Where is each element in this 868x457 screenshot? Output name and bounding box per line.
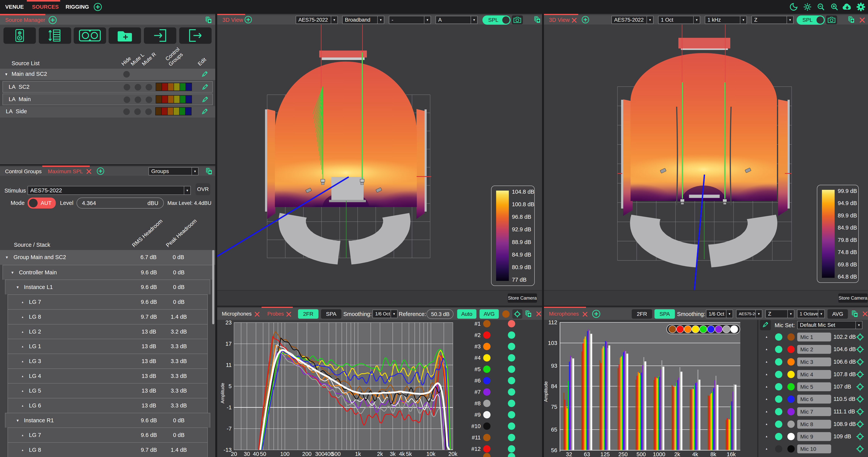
svg-text:5: 5 (228, 383, 232, 389)
svg-text:4k: 4k (692, 451, 698, 457)
svg-text:74.8 dB: 74.8 dB (838, 249, 857, 255)
svg-text:23: 23 (225, 319, 232, 326)
svg-text:103: 103 (548, 340, 557, 346)
svg-text:84.9 dB: 84.9 dB (838, 224, 857, 231)
svg-text:Amplitude: Amplitude (220, 383, 225, 403)
svg-text:100: 100 (280, 451, 289, 457)
svg-text:17: 17 (225, 341, 232, 347)
svg-text:100.8 dB: 100.8 dB (512, 201, 534, 207)
svg-text:500: 500 (637, 451, 646, 457)
svg-text:20: 20 (231, 451, 237, 457)
svg-text:5k: 5k (406, 451, 412, 457)
svg-text:75: 75 (551, 404, 557, 410)
svg-text:77 dB: 77 dB (512, 277, 527, 283)
svg-text:4k: 4k (399, 451, 405, 457)
svg-text:Amplitude: Amplitude (544, 382, 548, 402)
svg-text:11: 11 (226, 362, 232, 368)
svg-text:69.8 dB: 69.8 dB (838, 262, 857, 268)
svg-text:125: 125 (600, 451, 610, 457)
svg-text:99.9 dB: 99.9 dB (838, 188, 857, 194)
svg-text:16k: 16k (727, 451, 736, 457)
svg-text:500: 500 (331, 451, 341, 457)
svg-text:Mute R: Mute R (141, 51, 157, 67)
svg-text:-7: -7 (227, 426, 232, 432)
svg-text:20k: 20k (448, 451, 458, 457)
svg-text:10k: 10k (427, 451, 436, 457)
svg-text:40: 40 (253, 451, 259, 457)
svg-text:80.9 dB: 80.9 dB (512, 264, 531, 270)
svg-text:104.8 dB: 104.8 dB (512, 189, 534, 195)
svg-text:93: 93 (551, 363, 557, 369)
svg-text:30: 30 (244, 451, 250, 457)
svg-text:56: 56 (551, 447, 557, 453)
svg-text:2k: 2k (674, 451, 680, 457)
svg-text:-1: -1 (227, 404, 232, 410)
svg-text:92.9 dB: 92.9 dB (512, 226, 531, 233)
svg-text:32: 32 (566, 451, 572, 457)
svg-text:65: 65 (551, 427, 557, 433)
svg-text:200: 200 (302, 451, 311, 457)
svg-text:94.9 dB: 94.9 dB (838, 200, 857, 206)
svg-text:2k: 2k (377, 451, 383, 457)
svg-text:Edit: Edit (197, 57, 207, 67)
svg-text:79.8 dB: 79.8 dB (838, 237, 857, 243)
svg-text:63: 63 (584, 451, 590, 457)
svg-text:300: 300 (315, 451, 324, 457)
svg-text:8k: 8k (710, 451, 716, 457)
svg-text:50: 50 (260, 451, 266, 457)
svg-text:-13: -13 (223, 447, 232, 453)
svg-text:112: 112 (548, 319, 557, 326)
svg-text:96.8 dB: 96.8 dB (512, 214, 531, 220)
svg-text:89.9 dB: 89.9 dB (838, 212, 857, 219)
svg-text:1k: 1k (355, 451, 361, 457)
svg-text:88.9 dB: 88.9 dB (512, 239, 531, 245)
svg-text:1000: 1000 (653, 451, 665, 457)
svg-text:64.8 dB: 64.8 dB (838, 274, 857, 280)
svg-text:84: 84 (551, 383, 557, 389)
svg-text:250: 250 (618, 451, 628, 457)
svg-text:3k: 3k (390, 451, 396, 457)
svg-text:Hide: Hide (120, 55, 132, 67)
svg-text:84.9 dB: 84.9 dB (512, 251, 531, 258)
